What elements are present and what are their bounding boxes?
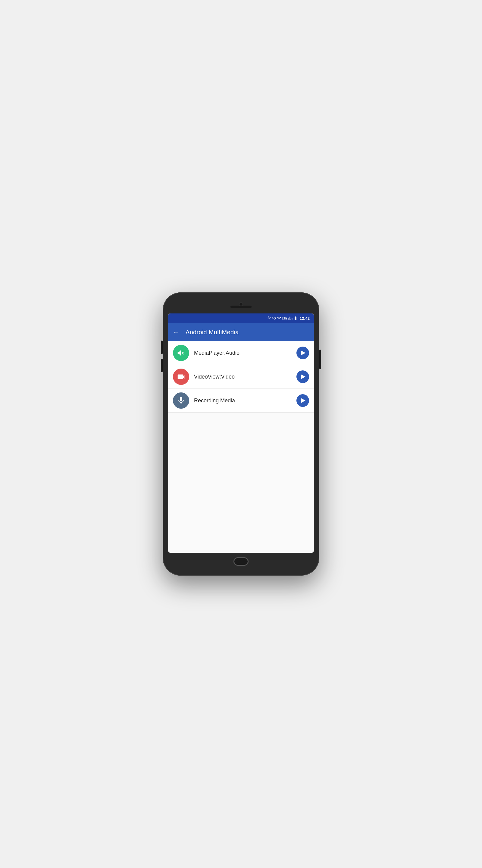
alarm-icon [267,316,271,320]
list-item-recording-media[interactable]: Recording Media [168,389,314,412]
video-camera-icon [176,372,186,381]
phone-screen: 4G LTE 12:42 ← An [168,313,314,553]
wifi-icon [277,316,281,320]
signal-icon [288,316,292,320]
back-button[interactable]: ← [173,328,180,336]
status-time: 12:42 [300,316,310,321]
battery-icon [293,316,298,320]
volume-up-button[interactable] [161,341,163,354]
megaphone-icon [176,348,186,358]
app-bar: ← Android MultiMedia [168,323,314,341]
status-bar: 4G LTE 12:42 [168,313,314,323]
video-view-video-label: VideoView:Video [194,374,292,380]
video-view-video-play-button[interactable] [296,370,309,383]
phone-top-notch [168,298,314,313]
list-item-video-view-video[interactable]: VideoView:Video [168,365,314,389]
play-triangle-icon [301,374,306,379]
power-button[interactable] [319,350,321,369]
app-bar-title: Android MultiMedia [186,329,239,336]
list-item-media-player-audio[interactable]: MediaPlayer:Audio [168,341,314,365]
play-triangle-icon [301,398,306,403]
phone-bottom-bar [168,553,314,570]
media-player-audio-label: MediaPlayer:Audio [194,350,292,356]
lte-indicator: LTE [282,317,287,320]
list-container: MediaPlayer:Audio VideoView:Video [168,341,314,553]
media-player-audio-icon-circle [173,345,189,361]
video-view-video-icon-circle [173,369,189,385]
recording-media-icon-circle [173,393,189,409]
play-triangle-icon [301,350,306,355]
microphone-icon [176,396,186,405]
home-button[interactable] [233,557,249,566]
recording-media-label: Recording Media [194,398,292,404]
phone-device: 4G LTE 12:42 ← An [163,292,319,576]
recording-media-play-button[interactable] [296,394,309,407]
earpiece-speaker [230,306,252,308]
volume-down-button[interactable] [161,359,163,372]
4g-indicator: 4G [272,317,276,320]
media-player-audio-play-button[interactable] [296,347,309,359]
